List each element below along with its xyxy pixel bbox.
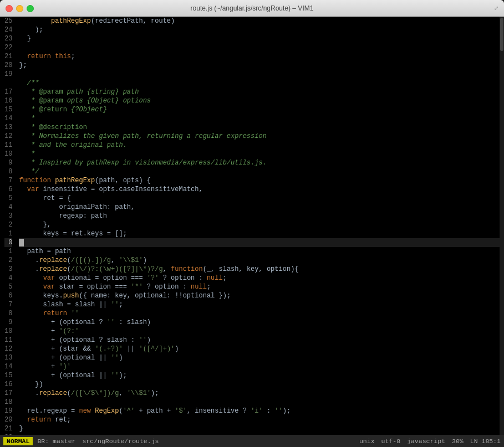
status-bar: NORMAL BR: master src/ngRoute/route.js u… xyxy=(0,435,504,447)
vim-mode: NORMAL xyxy=(3,437,33,445)
editor-area[interactable]: 25 24 23 22 21 20 19 17 16 15 14 13 12 1… xyxy=(0,17,504,447)
file-path: src/ngRoute/route.js xyxy=(82,438,159,445)
window-title: route.js (~/angular.js/src/ngRoute) – VI… xyxy=(191,4,314,12)
scrollbar[interactable] xyxy=(500,17,504,435)
code-container: 25 24 23 22 21 20 19 17 16 15 14 13 12 1… xyxy=(0,17,504,435)
encoding: unix xyxy=(359,438,375,445)
minimize-button[interactable] xyxy=(16,5,23,12)
maximize-button[interactable] xyxy=(27,5,34,12)
traffic-lights xyxy=(6,5,34,12)
resize-icon: ⤢ xyxy=(494,5,498,12)
scroll-percent: 30% xyxy=(452,438,464,445)
scrollbar-thumb[interactable] xyxy=(500,18,503,51)
cursor-position: LN 185:1 xyxy=(470,438,501,445)
filetype: javascript xyxy=(407,438,445,445)
window-titlebar: route.js (~/angular.js/src/ngRoute) – VI… xyxy=(0,0,504,17)
status-right: unix utf-8 javascript 30% LN 185:1 xyxy=(359,438,501,445)
git-branch: BR: master xyxy=(37,438,75,445)
charset: utf-8 xyxy=(381,438,401,445)
code-lines[interactable]: pathRegExp(redirectPath, route) ); } ret… xyxy=(17,17,500,435)
line-numbers: 25 24 23 22 21 20 19 17 16 15 14 13 12 1… xyxy=(0,17,17,435)
close-button[interactable] xyxy=(6,5,13,12)
